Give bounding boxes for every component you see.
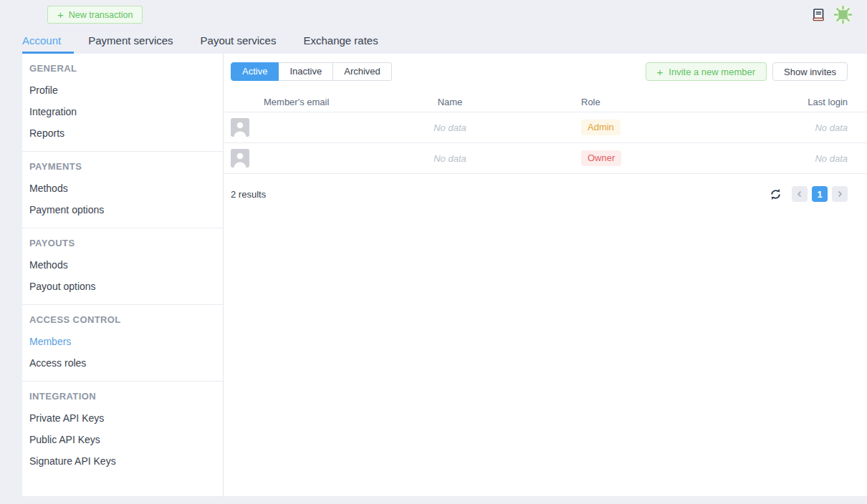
- sidebar-section-integration: INTEGRATION Private API Keys Public API …: [22, 382, 223, 479]
- sidebar-item-integration[interactable]: Integration: [29, 106, 223, 117]
- filter-inactive-button[interactable]: Inactive: [279, 62, 333, 81]
- sidebar-item-private-api-keys[interactable]: Private API Keys: [29, 412, 223, 424]
- sidebar-item-members[interactable]: Members: [29, 336, 223, 347]
- sidebar-item-signature-api-keys[interactable]: Signature API Keys: [29, 455, 223, 467]
- tab-account[interactable]: Account: [22, 29, 74, 54]
- new-transaction-button[interactable]: + New transaction: [47, 6, 143, 24]
- top-bar: + New transaction: [0, 0, 867, 29]
- sidebar-item-payout-methods[interactable]: Methods: [29, 259, 223, 271]
- main-nav-tabs: Account Payment services Payout services…: [22, 29, 406, 54]
- member-avatar-icon: [231, 149, 249, 168]
- member-name-cell: No data: [378, 122, 522, 133]
- filter-archived-button[interactable]: Archived: [333, 62, 392, 81]
- role-badge-owner: Owner: [581, 150, 621, 166]
- invite-new-member-button[interactable]: + Invite a new member: [646, 62, 767, 81]
- tab-payout-services[interactable]: Payout services: [201, 29, 289, 54]
- filter-active-button[interactable]: Active: [231, 62, 279, 81]
- column-header-last-login: Last login: [726, 97, 867, 107]
- table-row[interactable]: No data Admin No data: [224, 112, 867, 143]
- plus-icon: +: [57, 9, 64, 20]
- plus-icon: +: [657, 67, 664, 77]
- sidebar-header-integration: INTEGRATION: [29, 391, 223, 402]
- sidebar-section-payouts: PAYOUTS Methods Payout options: [22, 228, 223, 305]
- table-header-row: Member's email Name Role Last login: [224, 92, 867, 112]
- next-page-button[interactable]: [832, 186, 848, 202]
- member-avatar-cell: [224, 149, 264, 168]
- results-count: 2 results: [231, 189, 266, 200]
- column-header-name: Name: [378, 97, 522, 107]
- column-header-members-email: Member's email: [264, 97, 378, 107]
- sidebar-item-payment-methods[interactable]: Methods: [29, 183, 223, 194]
- tab-payment-services[interactable]: Payment services: [88, 29, 186, 54]
- members-toolbar: Active Inactive Archived + Invite a new …: [231, 62, 848, 81]
- documentation-icon[interactable]: [811, 8, 825, 22]
- role-badge-admin: Admin: [581, 120, 621, 135]
- sidebar-header-payments: PAYMENTS: [29, 161, 223, 173]
- top-right-icons: [811, 5, 853, 24]
- member-avatar-cell: [224, 118, 264, 137]
- sidebar-section-access-control: ACCESS CONTROL Members Access roles: [22, 305, 223, 382]
- sidebar-item-profile[interactable]: Profile: [29, 84, 223, 96]
- sidebar-item-payout-options[interactable]: Payout options: [29, 281, 223, 292]
- page-number-button[interactable]: 1: [812, 186, 828, 202]
- invite-button-label: Invite a new member: [669, 67, 755, 77]
- settings-sidebar: GENERAL Profile Integration Reports PAYM…: [22, 54, 224, 496]
- new-transaction-label: New transaction: [69, 10, 133, 20]
- sidebar-section-payments: PAYMENTS Methods Payment options: [22, 152, 223, 228]
- member-last-login-cell: No data: [726, 153, 867, 164]
- member-role-cell: Owner: [522, 150, 726, 166]
- sidebar-section-general: GENERAL Profile Integration Reports: [22, 54, 223, 152]
- pagination: 1: [770, 186, 848, 202]
- member-role-cell: Admin: [522, 120, 726, 135]
- sidebar-item-access-roles[interactable]: Access roles: [29, 357, 223, 369]
- refresh-icon[interactable]: [770, 188, 782, 200]
- member-last-login-cell: No data: [726, 122, 867, 133]
- members-table: Member's email Name Role Last login No d…: [224, 92, 867, 174]
- tab-exchange-rates[interactable]: Exchange rates: [303, 29, 391, 54]
- column-header-role: Role: [522, 97, 726, 107]
- sidebar-item-payment-options[interactable]: Payment options: [29, 204, 223, 215]
- table-footer: 2 results 1: [231, 186, 848, 202]
- user-avatar-identicon[interactable]: [833, 5, 853, 24]
- previous-page-button[interactable]: [792, 186, 808, 202]
- status-filter-group: Active Inactive Archived: [231, 62, 392, 81]
- sidebar-item-public-api-keys[interactable]: Public API Keys: [29, 434, 223, 445]
- show-invites-button[interactable]: Show invites: [772, 62, 848, 81]
- members-panel: Active Inactive Archived + Invite a new …: [224, 54, 867, 496]
- sidebar-header-payouts: PAYOUTS: [29, 238, 223, 249]
- member-avatar-icon: [231, 118, 249, 137]
- member-name-cell: No data: [378, 153, 522, 164]
- sidebar-item-reports[interactable]: Reports: [29, 127, 223, 139]
- table-row[interactable]: No data Owner No data: [224, 143, 867, 174]
- sidebar-header-access-control: ACCESS CONTROL: [29, 314, 223, 326]
- sidebar-header-general: GENERAL: [29, 63, 223, 74]
